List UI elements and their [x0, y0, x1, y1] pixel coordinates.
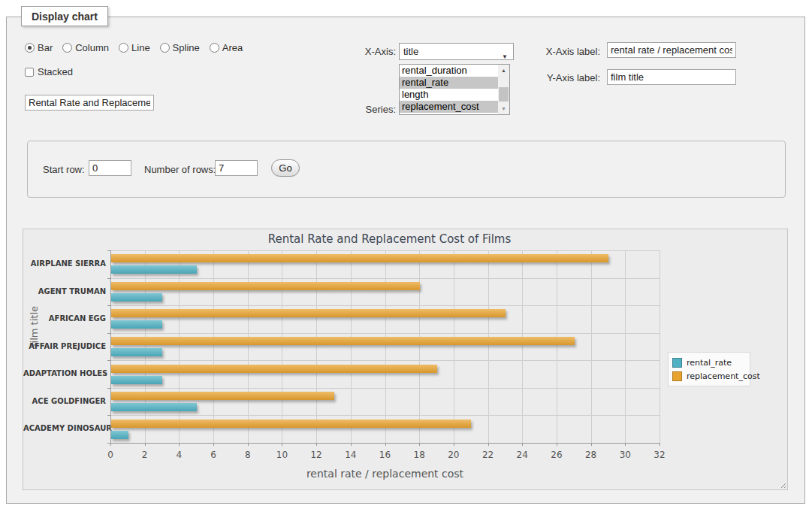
- x-tick-label: 16: [370, 450, 400, 460]
- go-button[interactable]: Go: [271, 159, 300, 177]
- radio-label: Spline: [173, 42, 200, 53]
- scrollbar-thumb[interactable]: [499, 87, 509, 101]
- bar-replacement_cost: [111, 282, 420, 290]
- number-of-rows-input[interactable]: [215, 160, 258, 176]
- radio-icon[interactable]: [25, 43, 35, 53]
- series-listbox[interactable]: rental_durationrental_ratelengthreplacem…: [399, 64, 510, 115]
- stacked-checkbox-row[interactable]: Stacked: [25, 66, 73, 77]
- bar-rental_rate: [111, 376, 162, 384]
- x-axis-title: rental rate / replacement cost: [110, 468, 660, 480]
- radio-label: Column: [75, 42, 109, 53]
- bar-group: [111, 278, 660, 306]
- x-tick: [179, 443, 180, 446]
- series-option[interactable]: replacement_cost: [400, 101, 498, 113]
- chevron-down-icon: ▼: [502, 49, 508, 65]
- y-tick: [107, 278, 110, 279]
- y-axis-label-input[interactable]: [607, 69, 736, 85]
- x-tick: [660, 443, 660, 446]
- panel-title: Display chart: [21, 6, 108, 26]
- chart-type-option[interactable]: Bar: [25, 42, 53, 53]
- x-tick-label: 18: [404, 450, 434, 460]
- chart-type-option[interactable]: Column: [62, 42, 109, 53]
- x-axis-select[interactable]: title ▼: [399, 43, 514, 60]
- x-tick-label: 2: [130, 450, 160, 460]
- x-tick: [591, 443, 592, 446]
- x-tick-label: 12: [301, 450, 331, 460]
- x-tick-label: 14: [336, 450, 366, 460]
- series-option[interactable]: rental_duration: [400, 65, 498, 77]
- radio-icon[interactable]: [119, 43, 128, 53]
- legend-item: rental_rate: [672, 356, 746, 369]
- x-tick-label: 32: [644, 450, 675, 460]
- bar-rental_rate: [111, 293, 162, 301]
- x-tick: [625, 443, 626, 446]
- y-tick: [107, 388, 110, 389]
- radio-label: Area: [222, 42, 243, 53]
- x-tick-label: 24: [507, 450, 537, 460]
- x-axis-select-label: X-Axis:: [331, 46, 396, 57]
- legend-swatch: [672, 358, 682, 368]
- listbox-scrollbar[interactable]: ▲ ▼: [498, 65, 509, 114]
- category-label: ACADEMY DINOSAUR: [23, 415, 106, 443]
- stacked-checkbox[interactable]: [25, 68, 34, 77]
- radio-label: Line: [131, 42, 150, 53]
- legend-label: replacement_cost: [687, 371, 760, 381]
- bar-replacement_cost: [111, 309, 506, 317]
- bar-replacement_cost: [111, 337, 575, 345]
- chart-title-input[interactable]: [25, 95, 154, 111]
- bar-rental_rate: [111, 265, 197, 274]
- y-tick: [107, 250, 110, 251]
- x-tick: [316, 443, 317, 446]
- x-axis-label-label: X-Axis label:: [535, 46, 600, 57]
- x-axis-label-input[interactable]: [607, 42, 736, 58]
- start-row-input[interactable]: [89, 160, 131, 176]
- y-tick: [107, 415, 110, 416]
- scroll-down-icon[interactable]: ▼: [498, 103, 509, 114]
- x-tick: [248, 443, 249, 446]
- chart-type-option[interactable]: Area: [210, 42, 243, 53]
- number-of-rows-label: Number of rows:: [144, 164, 216, 175]
- x-tick: [454, 443, 454, 446]
- bar-group: [111, 250, 660, 278]
- series-option[interactable]: length: [400, 89, 498, 101]
- legend-label: rental_rate: [687, 358, 732, 368]
- radio-label: Bar: [38, 42, 53, 53]
- x-tick: [419, 443, 420, 446]
- radio-icon[interactable]: [160, 43, 170, 53]
- radio-icon[interactable]: [210, 43, 219, 53]
- bar-rental_rate: [111, 348, 162, 356]
- x-tick-label: 10: [267, 450, 297, 460]
- category-label: ADAPTATION HOLES: [23, 360, 106, 388]
- chart-type-option[interactable]: Line: [119, 42, 150, 53]
- legend-item: replacement_cost: [672, 369, 746, 383]
- chart-type-option[interactable]: Spline: [160, 42, 200, 53]
- category-label: AFFAIR PREJUDICE: [23, 333, 106, 361]
- x-tick: [522, 443, 523, 446]
- chart-legend: rental_ratereplacement_cost: [668, 352, 750, 386]
- x-tick-label: 0: [95, 450, 125, 460]
- x-tick-label: 20: [439, 450, 469, 460]
- resize-handle-icon[interactable]: [779, 481, 786, 488]
- category-label: ACE GOLDFINGER: [23, 388, 106, 416]
- chart-container: Rental Rate and Replacement Cost of Film…: [23, 229, 788, 490]
- legend-swatch: [672, 371, 682, 381]
- y-tick: [107, 305, 110, 306]
- category-label: AFRICAN EGG: [23, 305, 106, 333]
- series-option[interactable]: rental_rate: [400, 77, 498, 89]
- radio-icon[interactable]: [62, 43, 72, 53]
- bar-rental_rate: [111, 320, 162, 329]
- scroll-up-icon[interactable]: ▲: [498, 65, 509, 76]
- bar-group: [111, 333, 660, 361]
- chart-type-group: BarColumnLineSplineArea: [25, 42, 243, 53]
- y-axis-line: [110, 250, 111, 443]
- x-tick-label: 22: [473, 450, 503, 460]
- bar-replacement_cost: [111, 420, 471, 428]
- category-label: AIRPLANE SIERRA: [23, 250, 106, 278]
- chart-title: Rental Rate and Replacement Cost of Film…: [23, 232, 756, 246]
- x-tick: [557, 443, 557, 446]
- y-tick: [107, 333, 110, 334]
- bar-replacement_cost: [111, 254, 608, 262]
- category-label: AGENT TRUMAN: [23, 278, 106, 306]
- x-tick-label: 6: [198, 450, 228, 460]
- bar-group: [111, 415, 660, 443]
